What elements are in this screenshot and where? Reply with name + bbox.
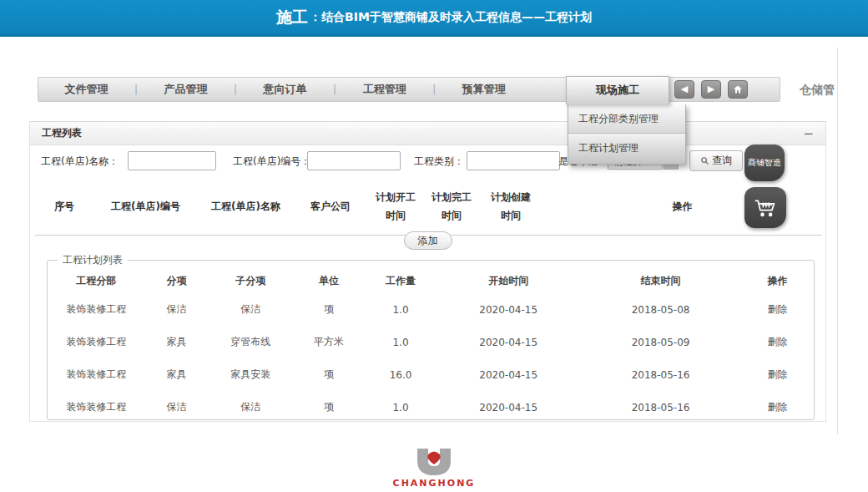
plan-cell-item: 家具 xyxy=(145,358,209,391)
delete-link[interactable]: 删除 xyxy=(767,336,787,347)
plan-cell-action: 删除 xyxy=(741,358,814,391)
scroll-right-button[interactable]: ▶ xyxy=(701,80,721,99)
plan-cell-sub_item: 家具安装 xyxy=(209,358,293,391)
plan-cell-action: 删除 xyxy=(741,326,814,358)
plan-cell-unit: 项 xyxy=(293,358,365,391)
project-name-input[interactable] xyxy=(128,151,216,170)
project-table-header-row: 序号 工程(单店)编号 工程(单店)名称 客户公司 计划开工 时间 计划完工 时… xyxy=(35,180,822,236)
collapse-icon[interactable]: − xyxy=(803,129,814,138)
query-button[interactable]: 查询 xyxy=(689,150,743,171)
plan-table-row: 装饰装修工程家具穿管布线平方米1.02020-04-152018-05-09删除 xyxy=(48,326,814,358)
plan-cell-end: 2018-05-16 xyxy=(580,358,741,391)
project-code-input[interactable] xyxy=(307,151,401,170)
plan-cell-action: 删除 xyxy=(741,391,814,424)
plan-cell-sub_item: 保洁 xyxy=(209,391,293,424)
plan-list-fieldset: 工程计划列表 工程分部 分项 子分项 单位 工作量 开始时间 结束时间 操 xyxy=(47,260,815,420)
col-end-time: 结束时间 xyxy=(580,269,741,293)
plan-cell-item: 家具 xyxy=(145,326,209,358)
page: 施工 ：结合BIM于智慧商铺及时录入工程信息——工程计划 文件管理 | 产品管理… xyxy=(0,0,868,492)
plan-table-row: 装饰装修工程家具家具安装项16.02020-04-152018-05-16删除 xyxy=(48,358,814,391)
brand-name: CHANGHONG xyxy=(393,478,476,489)
tab-product-management[interactable]: 产品管理 xyxy=(138,78,234,101)
plan-cell-start: 2020-04-15 xyxy=(437,358,580,391)
top-banner: 施工 ：结合BIM于智慧商铺及时录入工程信息——工程计划 xyxy=(0,0,868,37)
tab-scroll-buttons: ◀ ▶ xyxy=(674,80,748,99)
tab-site-construction-active[interactable]: 现场施工 xyxy=(566,76,669,104)
home-button[interactable] xyxy=(728,80,748,99)
col-project-code: 工程(单店)编号 xyxy=(93,180,198,236)
arrow-left-icon: ◀ xyxy=(681,84,688,94)
plan-cell-sub_item: 穿管布线 xyxy=(209,326,293,358)
smart-shop-badge[interactable]: 商铺智造 xyxy=(744,145,785,181)
footer: CHANGHONG xyxy=(0,448,868,489)
col-item: 分项 xyxy=(145,269,209,293)
delete-link[interactable]: 删除 xyxy=(767,401,787,413)
scroll-left-button[interactable]: ◀ xyxy=(674,80,694,99)
plan-cell-workload: 16.0 xyxy=(365,358,437,391)
project-name-label: 工程(单店)名称： xyxy=(41,155,119,169)
site-construction-dropdown: 工程分部类别管理 工程计划管理 xyxy=(568,104,686,165)
col-start-time: 开始时间 xyxy=(437,269,580,293)
project-type-label: 工程类别： xyxy=(414,155,464,169)
plan-list-legend: 工程计划列表 xyxy=(58,253,128,267)
menu-item-plan-mgmt[interactable]: 工程计划管理 xyxy=(568,134,685,163)
plan-cell-start: 2020-04-15 xyxy=(437,391,580,424)
plan-cell-unit: 平方米 xyxy=(293,326,365,358)
project-type-input[interactable] xyxy=(467,151,560,170)
plan-cell-end: 2018-05-09 xyxy=(580,326,741,358)
tab-intent-orders[interactable]: 意向订单 xyxy=(237,78,333,101)
search-icon xyxy=(700,156,709,165)
col-planned-start: 计划开工 时间 xyxy=(367,180,424,236)
plan-cell-unit: 项 xyxy=(293,293,365,326)
plan-cell-division: 装饰装修工程 xyxy=(48,293,145,326)
smart-shop-badge-label: 商铺智造 xyxy=(748,157,781,169)
plan-cell-item: 保洁 xyxy=(145,293,209,326)
panel-title: 工程列表 xyxy=(42,126,82,140)
tab-warehouse-management-clipped[interactable]: 仓储管 xyxy=(800,83,835,98)
plan-cell-action: 删除 xyxy=(741,293,814,326)
page-right-border xyxy=(837,48,838,434)
col-operation: 操作 xyxy=(741,269,814,293)
project-list-panel: 工程列表 − 工程(单店)名称： 工程(单店)编号： 工程类别： 是否单店： 请… xyxy=(29,121,826,422)
col-sub-item: 子分项 xyxy=(209,269,293,293)
plan-cell-unit: 项 xyxy=(293,391,365,424)
banner-title-strong: 施工 xyxy=(276,7,308,28)
plan-cell-division: 装饰装修工程 xyxy=(48,358,145,391)
plan-cell-end: 2018-05-08 xyxy=(580,293,741,326)
plan-table: 工程分部 分项 子分项 单位 工作量 开始时间 结束时间 操作 装饰装修工程保洁… xyxy=(48,269,814,424)
col-customer-company: 客户公司 xyxy=(294,180,367,236)
plan-cell-start: 2020-04-15 xyxy=(437,326,580,358)
tab-budget-management[interactable]: 预算管理 xyxy=(436,78,532,101)
panel-header: 工程列表 − xyxy=(30,122,825,145)
changhong-logo-icon xyxy=(415,448,453,476)
project-code-label: 工程(单店)编号： xyxy=(233,155,310,169)
col-plan-created: 计划创建 时间 xyxy=(479,180,542,236)
plan-table-row: 装饰装修工程保洁保洁项1.02020-04-152018-05-16删除 xyxy=(48,391,814,424)
banner-title: ：结合BIM于智慧商铺及时录入工程信息——工程计划 xyxy=(310,10,592,25)
plan-cell-workload: 1.0 xyxy=(365,391,437,424)
query-button-label: 查询 xyxy=(712,154,732,168)
home-icon xyxy=(729,84,747,94)
plan-cell-sub_item: 保洁 xyxy=(209,293,293,326)
plan-cell-end: 2018-05-16 xyxy=(580,391,741,424)
col-planned-finish: 计划完工 时间 xyxy=(424,180,479,236)
search-form: 工程(单店)名称： 工程(单店)编号： 工程类别： 是否单店： 请选择 ▼ 查询 xyxy=(30,145,825,177)
tab-file-management[interactable]: 文件管理 xyxy=(38,78,134,101)
add-button[interactable]: 添加 xyxy=(404,231,452,250)
arrow-right-icon: ▶ xyxy=(708,84,714,94)
cart-badge[interactable] xyxy=(744,187,786,228)
cart-icon xyxy=(754,197,777,219)
delete-link[interactable]: 删除 xyxy=(767,303,787,315)
tab-project-management[interactable]: 工程管理 xyxy=(336,78,432,101)
col-division: 工程分部 xyxy=(48,269,145,293)
menu-item-division-category-mgmt[interactable]: 工程分部类别管理 xyxy=(568,104,685,134)
plan-cell-start: 2020-04-15 xyxy=(437,293,580,326)
delete-link[interactable]: 删除 xyxy=(767,368,787,380)
plan-table-row: 装饰装修工程保洁保洁项1.02020-04-152018-05-08删除 xyxy=(48,293,814,326)
plan-table-body: 装饰装修工程保洁保洁项1.02020-04-152018-05-08删除装饰装修… xyxy=(48,293,814,424)
plan-cell-workload: 1.0 xyxy=(365,326,437,358)
project-table: 序号 工程(单店)编号 工程(单店)名称 客户公司 计划开工 时间 计划完工 时… xyxy=(35,180,822,236)
col-序号: 序号 xyxy=(35,180,93,236)
col-unit: 单位 xyxy=(293,269,365,293)
plan-cell-division: 装饰装修工程 xyxy=(48,326,145,358)
